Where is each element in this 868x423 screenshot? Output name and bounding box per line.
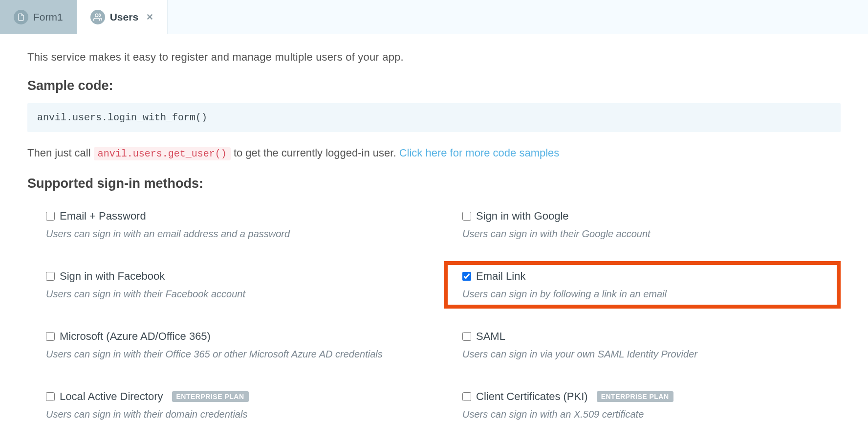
users-service-panel: This service makes it easy to register a… bbox=[0, 34, 868, 423]
tab-form1[interactable]: Form1 bbox=[0, 0, 77, 34]
desc-microsoft: Users can sign in with their Office 365 … bbox=[46, 349, 403, 360]
desc-email-link: Users can sign in by following a link in… bbox=[462, 289, 819, 300]
sample-code-block: anvil.users.login_with_form() bbox=[27, 103, 841, 132]
checkbox-saml[interactable] bbox=[462, 332, 471, 341]
checkbox-email-password[interactable] bbox=[46, 212, 55, 221]
desc-facebook: Users can sign in with their Facebook ac… bbox=[46, 289, 403, 300]
method-google-header[interactable]: Sign in with Google bbox=[462, 210, 819, 223]
label-email-link: Email Link bbox=[476, 270, 525, 283]
desc-client-certs: Users can sign in with an X.509 certific… bbox=[462, 409, 819, 420]
label-microsoft: Microsoft (Azure AD/Office 365) bbox=[60, 330, 211, 343]
label-facebook: Sign in with Facebook bbox=[60, 270, 165, 283]
checkbox-microsoft[interactable] bbox=[46, 332, 55, 341]
method-local-ad-header[interactable]: Local Active Directory ENTERPRISE PLAN bbox=[46, 390, 403, 403]
then-suffix: to get the currently logged-in user. bbox=[231, 147, 399, 159]
inline-code-get-user: anvil.users.get_user() bbox=[94, 147, 231, 160]
checkbox-local-ad[interactable] bbox=[46, 392, 55, 401]
checkbox-client-certs[interactable] bbox=[462, 392, 471, 401]
badge-local-ad: ENTERPRISE PLAN bbox=[172, 391, 249, 402]
label-saml: SAML bbox=[476, 330, 505, 343]
form-icon bbox=[14, 10, 28, 24]
desc-local-ad: Users can sign in with their domain cred… bbox=[46, 409, 403, 420]
tab-users[interactable]: Users ✕ bbox=[77, 0, 168, 34]
sample-code-heading: Sample code: bbox=[27, 78, 841, 93]
then-prefix: Then just call bbox=[27, 147, 94, 159]
then-line: Then just call anvil.users.get_user() to… bbox=[27, 147, 841, 159]
desc-email-password: Users can sign in with an email address … bbox=[46, 228, 403, 240]
method-client-certs-header[interactable]: Client Certificates (PKI) ENTERPRISE PLA… bbox=[462, 390, 819, 403]
intro-text: This service makes it easy to register a… bbox=[27, 51, 841, 64]
desc-google: Users can sign in with their Google acco… bbox=[462, 228, 819, 240]
method-email-link-header[interactable]: Email Link bbox=[462, 270, 819, 283]
svg-point-0 bbox=[95, 14, 98, 17]
method-google: Sign in with Google Users can sign in wi… bbox=[444, 201, 841, 248]
methods-heading: Supported sign-in methods: bbox=[27, 176, 841, 191]
desc-saml: Users can sign in via your own SAML Iden… bbox=[462, 349, 819, 360]
method-local-ad: Local Active Directory ENTERPRISE PLAN U… bbox=[27, 381, 424, 423]
tab-form1-label: Form1 bbox=[33, 11, 63, 23]
checkbox-facebook[interactable] bbox=[46, 272, 55, 281]
method-client-certs: Client Certificates (PKI) ENTERPRISE PLA… bbox=[444, 381, 841, 423]
close-icon[interactable]: ✕ bbox=[146, 13, 153, 22]
method-email-password-header[interactable]: Email + Password bbox=[46, 210, 403, 223]
label-client-certs: Client Certificates (PKI) bbox=[476, 390, 588, 403]
method-email-link: Email Link Users can sign in by followin… bbox=[444, 261, 841, 309]
badge-client-certs: ENTERPRISE PLAN bbox=[597, 391, 673, 402]
label-email-password: Email + Password bbox=[60, 210, 146, 223]
method-microsoft: Microsoft (Azure AD/Office 365) Users ca… bbox=[27, 321, 424, 369]
methods-grid: Email + Password Users can sign in with … bbox=[27, 201, 841, 423]
method-saml-header[interactable]: SAML bbox=[462, 330, 819, 343]
method-facebook: Sign in with Facebook Users can sign in … bbox=[27, 261, 424, 309]
more-samples-link[interactable]: Click here for more code samples bbox=[399, 147, 560, 159]
label-google: Sign in with Google bbox=[476, 210, 569, 223]
label-local-ad: Local Active Directory bbox=[60, 390, 163, 403]
tab-users-label: Users bbox=[110, 11, 138, 23]
method-microsoft-header[interactable]: Microsoft (Azure AD/Office 365) bbox=[46, 330, 403, 343]
tab-bar: Form1 Users ✕ bbox=[0, 0, 868, 34]
users-icon bbox=[90, 10, 105, 24]
method-facebook-header[interactable]: Sign in with Facebook bbox=[46, 270, 403, 283]
method-email-password: Email + Password Users can sign in with … bbox=[27, 201, 424, 248]
checkbox-google[interactable] bbox=[462, 212, 471, 221]
method-saml: SAML Users can sign in via your own SAML… bbox=[444, 321, 841, 369]
checkbox-email-link[interactable] bbox=[462, 272, 471, 281]
